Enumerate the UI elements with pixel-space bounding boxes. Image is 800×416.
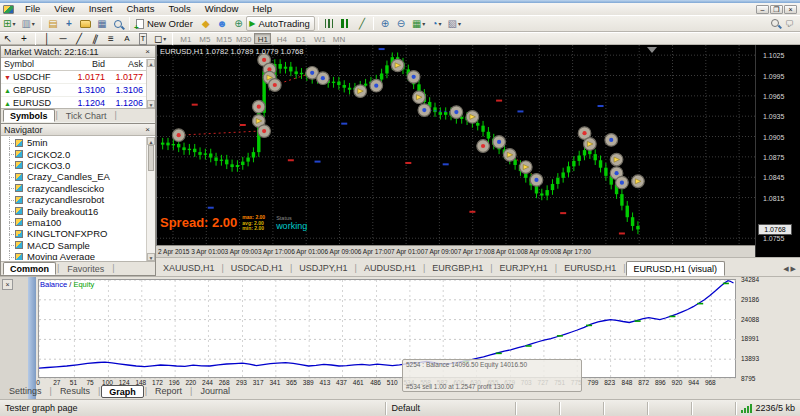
navigator-item-ema100[interactable]: ema100 xyxy=(1,217,146,228)
indicators-button[interactable]: ◔▾ xyxy=(428,16,444,31)
restore-button[interactable]: ❐ xyxy=(770,5,783,14)
menu-insert[interactable]: Insert xyxy=(82,3,120,15)
templates-button[interactable]: ▧▾ xyxy=(444,16,463,31)
timeframe-m1[interactable]: M1 xyxy=(177,33,194,44)
channel-button[interactable]: ∥ xyxy=(87,33,103,45)
expert-advisors-button[interactable]: ☻ xyxy=(214,16,231,31)
tab-common[interactable]: Common xyxy=(3,262,56,275)
chart-tab-eurgbp-h1[interactable]: EURGBP,H1 xyxy=(425,261,490,276)
close-icon[interactable]: × xyxy=(143,46,152,57)
tab-favorites[interactable]: Favorites xyxy=(60,262,111,275)
chart-tab-xauusd-h1[interactable]: XAUUSD,H1 xyxy=(156,261,222,276)
menu-charts[interactable]: Charts xyxy=(120,3,162,15)
profiles-button[interactable]: ▥▾ xyxy=(18,16,37,31)
tester-tab-settings[interactable]: Settings xyxy=(2,385,49,398)
navigator-item-crazycandlesrobot[interactable]: crazycandlesrobot xyxy=(1,194,146,205)
tile-windows-button[interactable]: ▦▾ xyxy=(409,16,428,31)
menu-window[interactable]: Window xyxy=(198,3,246,15)
community-button[interactable]: ⊕ xyxy=(230,16,246,31)
chat-icon[interactable]: 🗩 xyxy=(785,19,794,29)
crosshair-button[interactable]: + xyxy=(16,33,32,45)
candlestick-button[interactable] xyxy=(338,16,354,31)
strategy-tester-button[interactable] xyxy=(110,16,126,31)
chart-tab-audusd-h1[interactable]: AUDUSD,H1 xyxy=(357,261,423,276)
shapes-icon: ◻ xyxy=(154,34,162,44)
tab-tick-chart[interactable]: Tick Chart xyxy=(59,109,114,122)
arrows-button[interactable]: ◻▾ xyxy=(151,33,169,45)
navigator-item-5min[interactable]: 5min xyxy=(1,137,146,148)
timeframe-m5[interactable]: M5 xyxy=(196,33,213,44)
close-icon[interactable]: × xyxy=(143,124,152,135)
status-profile[interactable]: Default xyxy=(386,402,516,415)
timeframe-h1[interactable]: H1 xyxy=(254,33,271,44)
cursor-button[interactable]: ↖ xyxy=(0,33,16,45)
fibonacci-button[interactable]: ≡ xyxy=(103,33,119,45)
scroll-down-icon[interactable]: ▼ xyxy=(147,253,155,261)
tester-tab-report[interactable]: Report xyxy=(148,385,189,398)
trendline-button[interactable]: ╱ xyxy=(71,33,87,45)
navigator-toggle-button[interactable] xyxy=(77,16,94,31)
horizontal-line-button[interactable]: ─ xyxy=(55,33,71,45)
chart-tab-usdcad-h1[interactable]: USDCAD,H1 xyxy=(224,261,290,276)
timeframe-mn[interactable]: MN xyxy=(330,33,347,44)
menu-file[interactable]: File xyxy=(18,3,47,15)
timeframe-h4[interactable]: H4 xyxy=(273,33,290,44)
scroll-up-icon[interactable]: ▲ xyxy=(147,137,155,145)
zoom-in-button[interactable]: ⊕ xyxy=(377,16,393,31)
close-icon[interactable]: × xyxy=(2,279,13,290)
new-order-button[interactable]: + New Order xyxy=(133,16,198,31)
market-watch-scrollbar[interactable]: ▲ ▼ xyxy=(146,59,155,108)
market-watch-toggle-button[interactable]: ▤ xyxy=(45,16,61,31)
tester-splitter[interactable] xyxy=(28,277,36,400)
navigator-item-crazy-candles-ea[interactable]: Crazy_Candles_EA xyxy=(1,171,146,182)
navigator-item-label: Crazy_Candles_EA xyxy=(27,171,110,182)
line-chart-button[interactable]: ╱ xyxy=(354,16,370,31)
zoom-out-button[interactable]: ⊖ xyxy=(393,16,409,31)
navigator-item-moving-average[interactable]: Moving Average xyxy=(1,251,146,260)
timeframe-d1[interactable]: D1 xyxy=(292,33,309,44)
autotrading-button[interactable]: ▶ AutoTrading xyxy=(246,16,315,31)
navigator-item-daily-breakout16[interactable]: Daily breakout16 xyxy=(1,205,146,216)
menu-tools[interactable]: Tools xyxy=(161,3,197,15)
text-button[interactable]: A xyxy=(119,33,135,45)
minimize-button[interactable]: – xyxy=(756,5,769,14)
menu-view[interactable]: View xyxy=(47,3,81,15)
vertical-line-button[interactable]: │ xyxy=(39,33,55,45)
timeframe-w1[interactable]: W1 xyxy=(311,33,328,44)
navigator-item-crazycandlescicko[interactable]: crazycandlescicko xyxy=(1,183,146,194)
data-window-button[interactable]: + xyxy=(61,16,77,31)
bar-chart-button[interactable] xyxy=(322,16,338,31)
chart-tab-eurusd-h1-visual-[interactable]: EURUSD,H1 (visual) xyxy=(626,261,726,276)
text-label-button[interactable]: T xyxy=(135,33,151,45)
navigator-scrollbar[interactable]: ▲ ▼ xyxy=(146,137,155,261)
timeframe-m15[interactable]: M15 xyxy=(215,33,233,44)
column-header-bid[interactable]: Bid xyxy=(63,58,105,70)
new-chart-button[interactable]: ⊞▾ xyxy=(0,16,18,31)
tester-tab-graph[interactable]: Graph xyxy=(101,385,144,398)
close-button[interactable]: × xyxy=(784,5,797,14)
tab-scroll-arrows[interactable]: ◀ ▶ xyxy=(783,261,800,276)
timeframe-m30[interactable]: M30 xyxy=(235,33,253,44)
tab-symbols[interactable]: Symbols xyxy=(3,109,55,122)
navigator-item-macd-sample[interactable]: MACD Sample xyxy=(1,240,146,251)
chart-tab-eurusd-h1[interactable]: EURUSD,H1 xyxy=(557,261,623,276)
menu-help[interactable]: Help xyxy=(245,3,279,15)
terminal-toggle-button[interactable]: ▦ xyxy=(94,16,110,31)
navigator-item-cicko2-0[interactable]: CICKO2.0 xyxy=(1,148,146,159)
market-watch-row-usdchf[interactable]: ▼USDCHF1.01711.0177 xyxy=(1,71,155,84)
search-icon[interactable] xyxy=(771,19,779,27)
scroll-up-icon[interactable]: ▲ xyxy=(147,59,155,67)
column-header-ask[interactable]: Ask xyxy=(105,58,145,70)
navigator-item-cicko3-0[interactable]: CICKO3.0 xyxy=(1,160,146,171)
scroll-down-icon[interactable]: ▼ xyxy=(147,100,155,108)
scrollbar-thumb[interactable] xyxy=(148,145,154,171)
metaeditor-button[interactable]: ◆ xyxy=(198,16,214,31)
tester-tab-results[interactable]: Results xyxy=(53,385,97,398)
tester-tab-journal[interactable]: Journal xyxy=(193,385,237,398)
market-watch-row-gbpusd[interactable]: ▲GBPUSD1.31001.3106 xyxy=(1,84,155,97)
navigator-item-kingltonfxpro[interactable]: KINGLTONFXPRO xyxy=(1,228,146,239)
chart-tab-usdjpy-h1[interactable]: USDJPY,H1 xyxy=(292,261,354,276)
column-header-symbol[interactable]: Symbol xyxy=(1,58,63,70)
chart-tab-eurjpy-h1[interactable]: EURJPY,H1 xyxy=(492,261,554,276)
tester-graph[interactable] xyxy=(38,279,736,378)
